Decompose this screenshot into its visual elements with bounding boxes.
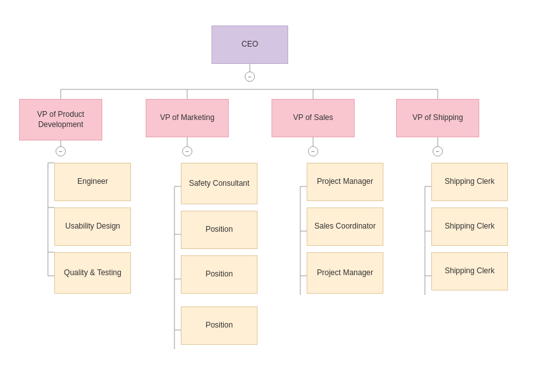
org-chart: CEO − VP of Product Development VP of Ma… [0,0,538,392]
child-safety-label: Safety Consultant [189,179,250,189]
child-engineer-label: Engineer [77,177,108,187]
child-sc-label: Sales Coordinator [314,222,376,232]
child-engineer[interactable]: Engineer [54,163,131,201]
child-sc2-label: Shipping Clerk [445,222,495,232]
vp-marketing-node[interactable]: VP of Marketing [146,99,229,137]
ceo-node[interactable]: CEO [211,26,288,64]
child-shipping-clerk-3[interactable]: Shipping Clerk [431,252,508,290]
child-safety-consultant[interactable]: Safety Consultant [181,163,257,204]
child-position-2[interactable]: Position [181,255,257,294]
child-position-1[interactable]: Position [181,211,257,249]
child-usability[interactable]: Usability Design [54,207,131,246]
child-usability-label: Usability Design [65,222,120,232]
vp-marketing-label: VP of Marketing [160,113,214,123]
vp-shipping-node[interactable]: VP of Shipping [396,99,479,137]
child-position-1-label: Position [206,225,233,235]
child-position-3[interactable]: Position [181,306,257,345]
child-position-3-label: Position [206,320,233,331]
child-shipping-clerk-2[interactable]: Shipping Clerk [431,207,508,246]
vp-product-label: VP of Product Development [20,110,102,130]
child-quality[interactable]: Quality & Testing [54,252,131,294]
child-shipping-clerk-1[interactable]: Shipping Clerk [431,163,508,201]
child-pm1-label: Project Manager [317,177,373,187]
vp-shipping-label: VP of Shipping [412,113,463,123]
vp-product-node[interactable]: VP of Product Development [19,99,102,140]
child-project-manager-2[interactable]: Project Manager [307,252,383,294]
child-pm2-label: Project Manager [317,268,373,278]
child-sc3-label: Shipping Clerk [445,266,495,276]
child-quality-label: Quality & Testing [64,268,121,278]
collapse-vp-product[interactable]: − [56,146,66,156]
collapse-vp-marketing[interactable]: − [182,146,192,156]
child-sc1-label: Shipping Clerk [445,177,495,187]
collapse-ceo[interactable]: − [245,72,255,82]
vp-sales-node[interactable]: VP of Sales [272,99,355,137]
collapse-vp-sales[interactable]: − [308,146,318,156]
child-project-manager-1[interactable]: Project Manager [307,163,383,201]
vp-sales-label: VP of Sales [293,113,333,123]
ceo-label: CEO [242,40,258,50]
child-sales-coordinator[interactable]: Sales Coordinator [307,207,383,246]
collapse-vp-shipping[interactable]: − [433,146,443,156]
child-position-2-label: Position [206,269,233,280]
